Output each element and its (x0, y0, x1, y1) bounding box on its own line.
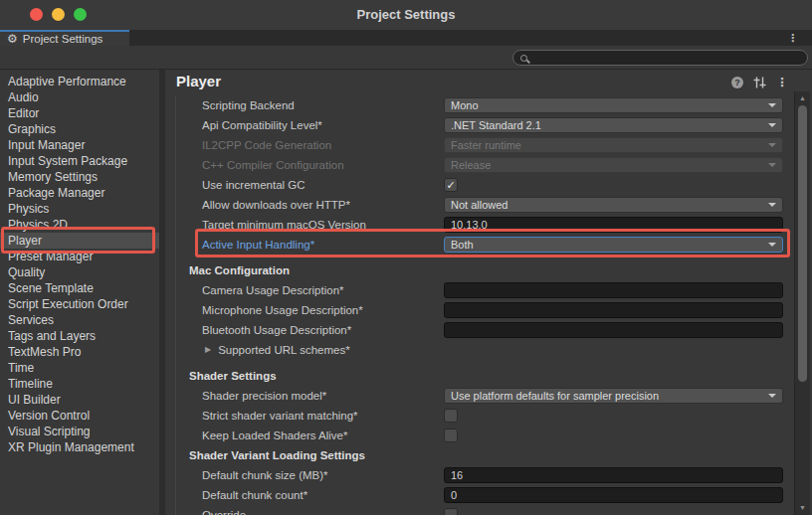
text-field-default-chunk-size-mb[interactable]: 16 (444, 467, 783, 483)
text-field-microphone-usage-description[interactable] (444, 302, 783, 318)
row-bluetooth-usage-description: Bluetooth Usage Description* (165, 320, 792, 340)
window-title: Project Settings (0, 7, 812, 22)
section-header-shader-settings: Shader Settings (189, 370, 277, 382)
checkbox-strict-shader-variant-matching[interactable] (444, 409, 458, 423)
dropdown-api-compatibility-level[interactable]: .NET Standard 2.1 (444, 117, 783, 133)
settings-panel: Player ? ⋮ Scripting BackendMonoApi Comp… (165, 70, 812, 515)
setting-label-bluetooth-usage-description: Bluetooth Usage Description* (202, 324, 444, 336)
settings-rows: Scripting BackendMonoApi Compatibility L… (165, 95, 792, 515)
row-use-incremental-gc: Use incremental GC✓ (165, 175, 792, 195)
sidebar-item-package-manager[interactable]: Package Manager (0, 185, 159, 201)
text-field-target-minimum-macos-version[interactable]: 10.13.0 (444, 217, 783, 233)
sidebar-item-memory-settings[interactable]: Memory Settings (0, 169, 159, 185)
sidebar-item-services[interactable]: Services (0, 312, 159, 328)
section-header-shader-variant-loading-settings: Shader Variant Loading Settings (189, 449, 365, 461)
dropdown-scripting-backend[interactable]: Mono (444, 97, 783, 113)
dropdown-il2cpp-code-generation: Faster runtime (444, 137, 783, 153)
row-keep-loaded-shaders-alive: Keep Loaded Shaders Alive* (165, 426, 792, 445)
search-box[interactable] (512, 50, 808, 66)
search-input[interactable] (532, 52, 800, 64)
sidebar-item-script-execution-order[interactable]: Script Execution Order (0, 296, 159, 312)
section-header-mac-configuration: Mac Configuration (189, 264, 290, 276)
search-icon (520, 55, 527, 62)
dropdown-active-input-handling[interactable]: Both (444, 237, 783, 253)
sidebar-item-input-manager[interactable]: Input Manager (0, 137, 159, 153)
setting-label-scripting-backend: Scripting Backend (202, 99, 444, 111)
setting-label-strict-shader-variant-matching: Strict shader variant matching* (202, 410, 444, 422)
sidebar-item-audio[interactable]: Audio (0, 89, 159, 105)
scrollbar-thumb[interactable] (798, 105, 807, 382)
sidebar-item-input-system-package[interactable]: Input System Package (0, 153, 159, 169)
sidebar-item-editor[interactable]: Editor (0, 105, 159, 121)
dropdown-value: Use platform defaults for sampler precis… (451, 391, 659, 402)
sidebar-item-adaptive-performance[interactable]: Adaptive Performance (0, 74, 159, 89)
sidebar-item-xr-plugin-management[interactable]: XR Plugin Management (0, 439, 159, 455)
setting-label-c-compiler-configuration: C++ Compiler Configuration (202, 159, 444, 171)
caret-down-icon (768, 143, 776, 147)
text-field-camera-usage-description[interactable] (444, 282, 783, 298)
row-strict-shader-variant-matching: Strict shader variant matching* (165, 406, 792, 426)
sidebar-item-visual-scripting[interactable]: Visual Scripting (0, 424, 159, 439)
setting-label-target-minimum-macos-version: Target minimum macOS Version (202, 219, 444, 231)
dropdown-value: Both (451, 240, 474, 251)
text-field-value: 10.13.0 (451, 220, 488, 231)
dropdown-value: Release (451, 160, 491, 171)
dropdown-value: Mono (451, 100, 479, 111)
sidebar-item-tags-and-layers[interactable]: Tags and Layers (0, 328, 159, 344)
tab-project-settings[interactable]: ⚙ Project Settings (0, 30, 129, 46)
dropdown-shader-precision-model[interactable]: Use platform defaults for sampler precis… (444, 388, 783, 404)
scroll-down-icon[interactable]: ▼ (795, 504, 810, 512)
sidebar-item-version-control[interactable]: Version Control (0, 408, 159, 424)
sidebar-item-player[interactable]: Player (0, 233, 159, 249)
search-toolbar (0, 46, 812, 70)
row-supported-url-schemes[interactable]: ▶Supported URL schemes* (165, 340, 792, 360)
scroll-up-icon[interactable]: ▲ (795, 94, 810, 102)
setting-label-supported-url-schemes: Supported URL schemes* (218, 344, 350, 356)
sidebar-item-scene-template[interactable]: Scene Template (0, 280, 159, 296)
sidebar-item-physics-2d[interactable]: Physics 2D (0, 217, 159, 233)
caret-down-icon (768, 394, 776, 398)
text-field-default-chunk-count[interactable]: 0 (444, 487, 783, 503)
gear-icon: ⚙ (7, 34, 18, 44)
vertical-scrollbar[interactable]: ▲ ▼ (794, 91, 810, 515)
sidebar-item-graphics[interactable]: Graphics (0, 121, 159, 137)
presets-icon[interactable] (753, 77, 766, 88)
checkbox-keep-loaded-shaders-alive[interactable] (444, 429, 458, 442)
widget-area (444, 302, 792, 318)
widget-area (444, 322, 792, 338)
setting-label-allow-downloads-over-http: Allow downloads over HTTP* (202, 199, 444, 211)
setting-label-use-incremental-gc: Use incremental GC (202, 179, 444, 191)
sidebar-list: Adaptive PerformanceAudioEditorGraphicsI… (0, 70, 159, 515)
widget-area: Faster runtime (444, 137, 792, 153)
sidebar-item-quality[interactable]: Quality (0, 264, 159, 280)
widget-area (444, 282, 792, 298)
checkbox-override[interactable] (444, 508, 458, 515)
row-shader-precision-model: Shader precision model*Use platform defa… (165, 386, 792, 406)
panel-header-icons: ? ⋮ (731, 77, 788, 88)
widget-area (444, 409, 792, 423)
title-bar: Project Settings (0, 0, 812, 30)
row-microphone-usage-description: Microphone Usage Description* (165, 300, 792, 320)
sidebar-item-preset-manager[interactable]: Preset Manager (0, 249, 159, 264)
foldout-arrow-icon[interactable]: ▶ (205, 346, 211, 354)
sidebar-item-textmesh-pro[interactable]: TextMesh Pro (0, 344, 159, 360)
help-icon[interactable]: ? (731, 77, 743, 88)
caret-down-icon (768, 163, 776, 167)
row-default-chunk-count: Default chunk count*0 (165, 485, 792, 505)
checkbox-use-incremental-gc[interactable]: ✓ (444, 178, 458, 192)
tab-menu-icon[interactable]: ⋮ (787, 32, 798, 44)
sidebar-item-timeline[interactable]: Timeline (0, 376, 159, 392)
row-c-compiler-configuration: C++ Compiler ConfigurationRelease (165, 155, 792, 175)
widget-area (444, 508, 792, 515)
setting-label-shader-precision-model: Shader precision model* (202, 390, 444, 402)
setting-label-active-input-handling: Active Input Handling* (202, 239, 444, 251)
tab-strip: ⚙ Project Settings ⋮ (0, 30, 812, 46)
setting-label-microphone-usage-description: Microphone Usage Description* (202, 304, 444, 316)
panel-menu-icon[interactable]: ⋮ (776, 77, 788, 88)
sidebar-item-time[interactable]: Time (0, 360, 159, 376)
sidebar-item-ui-builder[interactable]: UI Builder (0, 392, 159, 408)
dropdown-allow-downloads-over-http[interactable]: Not allowed (444, 197, 783, 213)
text-field-bluetooth-usage-description[interactable] (444, 322, 783, 338)
sidebar-item-physics[interactable]: Physics (0, 201, 159, 217)
dropdown-value: .NET Standard 2.1 (451, 120, 541, 131)
